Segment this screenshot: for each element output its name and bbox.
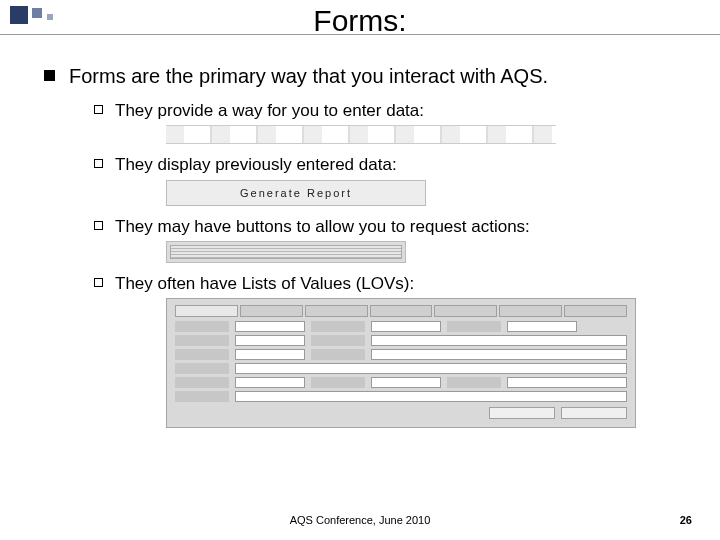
hollow-square-bullet-icon <box>94 221 103 230</box>
sub-bullet: They provide a way for you to enter data… <box>94 100 676 121</box>
slide-title: Forms: <box>44 0 676 38</box>
hollow-square-bullet-icon <box>94 105 103 114</box>
sub-b-text: They display previously entered data: <box>115 154 397 175</box>
sub-bullet: They display previously entered data: <box>94 154 676 175</box>
footer-text: AQS Conference, June 2010 <box>0 514 720 526</box>
sub-d-text: They often have Lists of Values (LOVs): <box>115 273 414 294</box>
hollow-square-bullet-icon <box>94 278 103 287</box>
hollow-square-bullet-icon <box>94 159 103 168</box>
sub-bullet: They may have buttons to allow you to re… <box>94 216 676 237</box>
lov-form-graphic <box>166 298 636 428</box>
form-row-graphic <box>166 125 556 144</box>
generate-report-button-graphic: Generate Report <box>166 180 426 206</box>
bullet1-text: Forms are the primary way that you inter… <box>69 64 548 88</box>
page-number: 26 <box>680 514 692 526</box>
sub-a-text: They provide a way for you to enter data… <box>115 100 424 121</box>
sub-c-text: They may have buttons to allow you to re… <box>115 216 530 237</box>
bullet-level1: Forms are the primary way that you inter… <box>44 64 676 88</box>
actions-bar-graphic <box>166 241 406 263</box>
sub-bullet: They often have Lists of Values (LOVs): <box>94 273 676 294</box>
square-bullet-icon <box>44 70 55 81</box>
